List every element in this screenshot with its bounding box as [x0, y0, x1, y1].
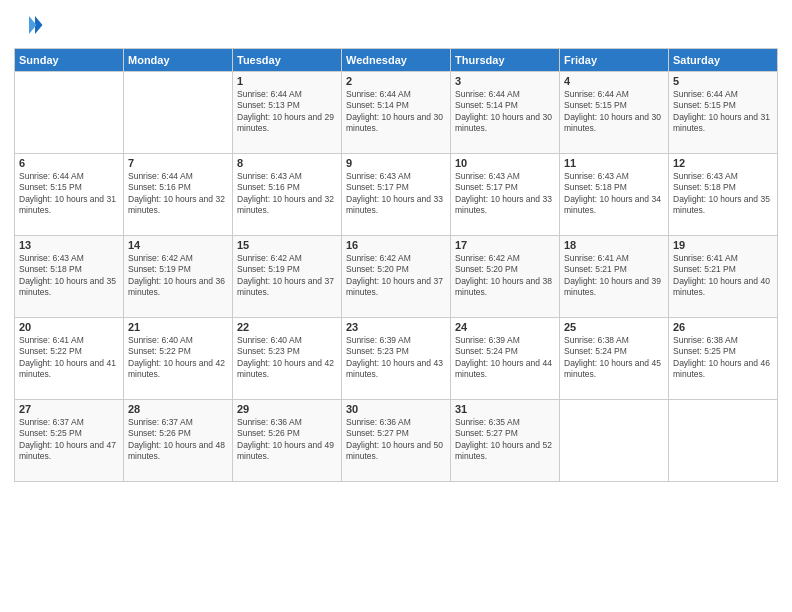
logo-icon	[14, 10, 44, 40]
calendar-cell: 5Sunrise: 6:44 AMSunset: 5:15 PMDaylight…	[669, 72, 778, 154]
calendar-cell: 23Sunrise: 6:39 AMSunset: 5:23 PMDayligh…	[342, 318, 451, 400]
calendar-cell: 18Sunrise: 6:41 AMSunset: 5:21 PMDayligh…	[560, 236, 669, 318]
calendar-cell: 29Sunrise: 6:36 AMSunset: 5:26 PMDayligh…	[233, 400, 342, 482]
header	[14, 10, 778, 40]
day-info: Sunrise: 6:40 AMSunset: 5:23 PMDaylight:…	[237, 335, 337, 381]
weekday-header-row: SundayMondayTuesdayWednesdayThursdayFrid…	[15, 49, 778, 72]
day-info: Sunrise: 6:39 AMSunset: 5:23 PMDaylight:…	[346, 335, 446, 381]
calendar-cell: 11Sunrise: 6:43 AMSunset: 5:18 PMDayligh…	[560, 154, 669, 236]
calendar-cell: 16Sunrise: 6:42 AMSunset: 5:20 PMDayligh…	[342, 236, 451, 318]
day-number: 8	[237, 157, 337, 169]
day-info: Sunrise: 6:44 AMSunset: 5:14 PMDaylight:…	[346, 89, 446, 135]
day-info: Sunrise: 6:38 AMSunset: 5:24 PMDaylight:…	[564, 335, 664, 381]
day-number: 13	[19, 239, 119, 251]
calendar-cell: 26Sunrise: 6:38 AMSunset: 5:25 PMDayligh…	[669, 318, 778, 400]
day-info: Sunrise: 6:41 AMSunset: 5:21 PMDaylight:…	[673, 253, 773, 299]
day-info: Sunrise: 6:43 AMSunset: 5:18 PMDaylight:…	[673, 171, 773, 217]
weekday-header-sunday: Sunday	[15, 49, 124, 72]
day-number: 17	[455, 239, 555, 251]
day-number: 10	[455, 157, 555, 169]
day-info: Sunrise: 6:43 AMSunset: 5:17 PMDaylight:…	[455, 171, 555, 217]
weekday-header-tuesday: Tuesday	[233, 49, 342, 72]
day-info: Sunrise: 6:42 AMSunset: 5:20 PMDaylight:…	[346, 253, 446, 299]
calendar-cell: 24Sunrise: 6:39 AMSunset: 5:24 PMDayligh…	[451, 318, 560, 400]
day-number: 22	[237, 321, 337, 333]
calendar-cell: 8Sunrise: 6:43 AMSunset: 5:16 PMDaylight…	[233, 154, 342, 236]
calendar-cell: 12Sunrise: 6:43 AMSunset: 5:18 PMDayligh…	[669, 154, 778, 236]
calendar-cell: 31Sunrise: 6:35 AMSunset: 5:27 PMDayligh…	[451, 400, 560, 482]
day-number: 4	[564, 75, 664, 87]
calendar-cell: 6Sunrise: 6:44 AMSunset: 5:15 PMDaylight…	[15, 154, 124, 236]
calendar-cell: 28Sunrise: 6:37 AMSunset: 5:26 PMDayligh…	[124, 400, 233, 482]
day-number: 14	[128, 239, 228, 251]
day-number: 30	[346, 403, 446, 415]
day-number: 28	[128, 403, 228, 415]
weekday-header-saturday: Saturday	[669, 49, 778, 72]
week-row-5: 27Sunrise: 6:37 AMSunset: 5:25 PMDayligh…	[15, 400, 778, 482]
day-info: Sunrise: 6:44 AMSunset: 5:15 PMDaylight:…	[564, 89, 664, 135]
week-row-2: 6Sunrise: 6:44 AMSunset: 5:15 PMDaylight…	[15, 154, 778, 236]
week-row-4: 20Sunrise: 6:41 AMSunset: 5:22 PMDayligh…	[15, 318, 778, 400]
calendar-cell: 10Sunrise: 6:43 AMSunset: 5:17 PMDayligh…	[451, 154, 560, 236]
week-row-3: 13Sunrise: 6:43 AMSunset: 5:18 PMDayligh…	[15, 236, 778, 318]
weekday-header-thursday: Thursday	[451, 49, 560, 72]
day-info: Sunrise: 6:39 AMSunset: 5:24 PMDaylight:…	[455, 335, 555, 381]
calendar-table: SundayMondayTuesdayWednesdayThursdayFrid…	[14, 48, 778, 482]
day-info: Sunrise: 6:42 AMSunset: 5:19 PMDaylight:…	[237, 253, 337, 299]
week-row-1: 1Sunrise: 6:44 AMSunset: 5:13 PMDaylight…	[15, 72, 778, 154]
calendar-cell: 4Sunrise: 6:44 AMSunset: 5:15 PMDaylight…	[560, 72, 669, 154]
day-number: 19	[673, 239, 773, 251]
weekday-header-monday: Monday	[124, 49, 233, 72]
day-info: Sunrise: 6:44 AMSunset: 5:16 PMDaylight:…	[128, 171, 228, 217]
day-number: 5	[673, 75, 773, 87]
day-number: 29	[237, 403, 337, 415]
calendar-cell	[15, 72, 124, 154]
day-number: 1	[237, 75, 337, 87]
day-number: 12	[673, 157, 773, 169]
logo	[14, 10, 48, 40]
calendar-cell: 1Sunrise: 6:44 AMSunset: 5:13 PMDaylight…	[233, 72, 342, 154]
calendar-cell: 2Sunrise: 6:44 AMSunset: 5:14 PMDaylight…	[342, 72, 451, 154]
calendar-cell: 14Sunrise: 6:42 AMSunset: 5:19 PMDayligh…	[124, 236, 233, 318]
day-info: Sunrise: 6:44 AMSunset: 5:15 PMDaylight:…	[673, 89, 773, 135]
calendar-cell: 15Sunrise: 6:42 AMSunset: 5:19 PMDayligh…	[233, 236, 342, 318]
day-number: 2	[346, 75, 446, 87]
calendar-cell: 27Sunrise: 6:37 AMSunset: 5:25 PMDayligh…	[15, 400, 124, 482]
calendar-cell: 7Sunrise: 6:44 AMSunset: 5:16 PMDaylight…	[124, 154, 233, 236]
day-info: Sunrise: 6:37 AMSunset: 5:26 PMDaylight:…	[128, 417, 228, 463]
day-number: 16	[346, 239, 446, 251]
day-number: 23	[346, 321, 446, 333]
day-number: 20	[19, 321, 119, 333]
calendar-cell: 25Sunrise: 6:38 AMSunset: 5:24 PMDayligh…	[560, 318, 669, 400]
calendar-cell: 21Sunrise: 6:40 AMSunset: 5:22 PMDayligh…	[124, 318, 233, 400]
calendar-cell: 19Sunrise: 6:41 AMSunset: 5:21 PMDayligh…	[669, 236, 778, 318]
day-number: 7	[128, 157, 228, 169]
day-info: Sunrise: 6:40 AMSunset: 5:22 PMDaylight:…	[128, 335, 228, 381]
day-info: Sunrise: 6:36 AMSunset: 5:27 PMDaylight:…	[346, 417, 446, 463]
calendar-cell: 20Sunrise: 6:41 AMSunset: 5:22 PMDayligh…	[15, 318, 124, 400]
day-info: Sunrise: 6:43 AMSunset: 5:18 PMDaylight:…	[19, 253, 119, 299]
day-info: Sunrise: 6:44 AMSunset: 5:15 PMDaylight:…	[19, 171, 119, 217]
day-info: Sunrise: 6:35 AMSunset: 5:27 PMDaylight:…	[455, 417, 555, 463]
day-info: Sunrise: 6:43 AMSunset: 5:18 PMDaylight:…	[564, 171, 664, 217]
day-info: Sunrise: 6:42 AMSunset: 5:20 PMDaylight:…	[455, 253, 555, 299]
calendar-cell	[560, 400, 669, 482]
day-number: 31	[455, 403, 555, 415]
weekday-header-friday: Friday	[560, 49, 669, 72]
day-number: 26	[673, 321, 773, 333]
day-info: Sunrise: 6:42 AMSunset: 5:19 PMDaylight:…	[128, 253, 228, 299]
day-info: Sunrise: 6:44 AMSunset: 5:13 PMDaylight:…	[237, 89, 337, 135]
day-number: 25	[564, 321, 664, 333]
day-info: Sunrise: 6:37 AMSunset: 5:25 PMDaylight:…	[19, 417, 119, 463]
weekday-header-wednesday: Wednesday	[342, 49, 451, 72]
day-number: 24	[455, 321, 555, 333]
day-info: Sunrise: 6:41 AMSunset: 5:21 PMDaylight:…	[564, 253, 664, 299]
calendar-cell	[669, 400, 778, 482]
day-number: 3	[455, 75, 555, 87]
day-info: Sunrise: 6:44 AMSunset: 5:14 PMDaylight:…	[455, 89, 555, 135]
day-info: Sunrise: 6:43 AMSunset: 5:16 PMDaylight:…	[237, 171, 337, 217]
day-number: 18	[564, 239, 664, 251]
page: SundayMondayTuesdayWednesdayThursdayFrid…	[0, 0, 792, 612]
day-info: Sunrise: 6:36 AMSunset: 5:26 PMDaylight:…	[237, 417, 337, 463]
day-number: 6	[19, 157, 119, 169]
